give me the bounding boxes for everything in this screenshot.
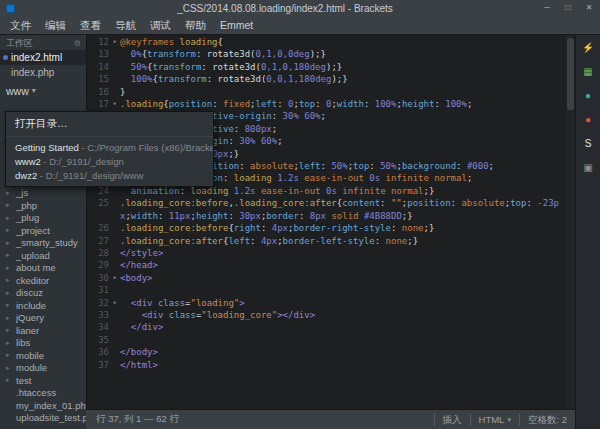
extension-manager-icon[interactable]: ▣ xyxy=(581,160,596,175)
tree-folder[interactable]: ▸_plug xyxy=(0,212,86,225)
line-number: 12 xyxy=(87,36,109,48)
code-line[interactable]: 35 xyxy=(87,334,575,346)
code-line[interactable]: 34 </div> xyxy=(87,321,575,333)
maximize-button[interactable]: □ xyxy=(561,2,575,14)
code-text xyxy=(120,284,575,296)
tree-folder[interactable]: ▸include xyxy=(0,299,86,312)
code-line[interactable]: 27.loading_core:after{left: 4px;border-l… xyxy=(87,235,575,247)
code-text: .loading{position: fixed;left: 0;top: 0;… xyxy=(120,98,575,110)
working-set-title: 工作区 xyxy=(6,37,33,50)
code-line[interactable]: 30▾<body> xyxy=(87,272,575,284)
extension-teal-icon[interactable]: ● xyxy=(581,88,596,103)
code-line[interactable]: 26.loading_core:before{right: 4px;border… xyxy=(87,222,575,234)
line-number: 31 xyxy=(87,284,109,296)
menubar: 文件编辑查看导航调试帮助Emmet xyxy=(0,17,600,35)
editor[interactable]: 12▾@keyframes loading{13 0%{transform: r… xyxy=(86,35,575,409)
fold-arrow-icon[interactable]: ▾ xyxy=(109,36,120,48)
code-text: <div class="loading"> xyxy=(120,297,575,309)
tree-folder[interactable]: ▸_upload xyxy=(0,249,86,262)
project-dropdown-button[interactable]: www ▾ xyxy=(0,83,86,98)
snippets-extension-icon[interactable]: S xyxy=(581,136,596,151)
tree-folder[interactable]: ▸module xyxy=(0,362,86,375)
language-selector[interactable]: HTML ▾ xyxy=(470,414,519,426)
tree-label: .htaccess xyxy=(16,387,56,398)
gear-icon[interactable]: ⚙ xyxy=(74,39,81,48)
code-line[interactable]: 37</html> xyxy=(87,359,575,371)
window-controls: ─ □ ✕ xyxy=(540,2,596,14)
extension-red-icon[interactable]: ● xyxy=(581,112,596,127)
menu-item[interactable]: 编辑 xyxy=(38,17,73,34)
line-number: 35 xyxy=(87,334,109,346)
line-number: 14 xyxy=(87,61,109,73)
code-line[interactable]: 29</head> xyxy=(87,259,575,271)
tree-label: discuz xyxy=(16,287,43,298)
code-line[interactable]: 17▾.loading{position: fixed;left: 0;top:… xyxy=(87,98,575,110)
extension-chart-icon[interactable]: ▦ xyxy=(581,64,596,79)
code-line[interactable]: 32▾ <div class="loading"> xyxy=(87,297,575,309)
code-text: <body> xyxy=(120,272,575,284)
tree-folder[interactable]: ▸mobile xyxy=(0,349,86,362)
tree-file[interactable]: uploadsite_test.php xyxy=(0,412,86,425)
live-preview-icon[interactable]: ⚡ xyxy=(581,40,596,55)
tree-file[interactable]: my_index_01.php xyxy=(0,399,86,412)
open-folder-item[interactable]: 打开目录… xyxy=(6,115,213,135)
minimize-button[interactable]: ─ xyxy=(540,2,554,14)
fold-arrow-icon[interactable]: ▾ xyxy=(109,272,120,284)
code-line[interactable]: 28</style> xyxy=(87,247,575,259)
code-lines: 12▾@keyframes loading{13 0%{transform: r… xyxy=(87,35,575,371)
scrollbar-thumb[interactable] xyxy=(567,38,574,110)
tree-folder[interactable]: ▸about me xyxy=(0,262,86,275)
tree-folder[interactable]: ▸jQuery xyxy=(0,312,86,325)
code-text: </style> xyxy=(120,247,575,259)
code-text: </head> xyxy=(120,259,575,271)
code-line[interactable]: 12▾@keyframes loading{ xyxy=(87,36,575,48)
tree-folder[interactable]: ▸_js xyxy=(0,187,86,200)
insert-mode-indicator[interactable]: 插入 xyxy=(434,414,470,426)
menu-item[interactable]: 调试 xyxy=(143,17,178,34)
indent-size[interactable]: 空格数: 2 xyxy=(519,414,575,426)
recent-project-item[interactable]: dwz2 - D:/_9191/_design/www xyxy=(6,168,213,182)
recent-project-item[interactable]: www2 - D:/_9191/_design xyxy=(6,154,213,168)
tree-folder[interactable]: ▸_smarty_study xyxy=(0,237,86,250)
line-number: 25 xyxy=(87,197,109,209)
working-file[interactable]: index.php xyxy=(0,65,86,80)
chevron-right-icon: ▸ xyxy=(6,326,13,334)
menu-item[interactable]: 文件 xyxy=(3,17,38,34)
menu-item[interactable]: 查看 xyxy=(73,17,108,34)
menu-item[interactable]: 导航 xyxy=(108,17,143,34)
fold-arrow-icon[interactable]: ▾ xyxy=(109,98,120,110)
chevron-right-icon: ▸ xyxy=(6,314,13,322)
code-line[interactable]: 13 0%{transform: rotate3d(0,1,0,0deg);} xyxy=(87,48,575,60)
tree-folder[interactable]: ▸discuz xyxy=(0,287,86,300)
line-number: 33 xyxy=(87,309,109,321)
editor-scrollbar[interactable] xyxy=(566,35,575,409)
code-line[interactable]: 33 <div class="loading_core"></div> xyxy=(87,309,575,321)
code-line[interactable]: 16} xyxy=(87,86,575,98)
file-name: index2.html xyxy=(11,52,62,63)
line-number: 17 xyxy=(87,98,109,110)
window-title: _CSS/2014.08.08.loading/index2.html - Br… xyxy=(40,0,530,17)
tree-folder[interactable]: ▸libs xyxy=(0,337,86,350)
close-button[interactable]: ✕ xyxy=(582,2,596,14)
tree-folder[interactable]: ▸_php xyxy=(0,199,86,212)
working-file[interactable]: index2.html xyxy=(0,50,86,65)
recent-project-item[interactable]: Getting Started - C:/Program Files (x86)… xyxy=(6,140,213,154)
code-line[interactable]: 31 xyxy=(87,284,575,296)
tree-folder[interactable]: ▸ckeditor xyxy=(0,274,86,287)
code-line[interactable]: 15 100%{transform: rotate3d(0,0,1,180deg… xyxy=(87,73,575,85)
menu-item[interactable]: Emmet xyxy=(213,17,260,34)
code-line[interactable]: 36</body> xyxy=(87,346,575,358)
recent-projects: Getting Started - C:/Program Files (x86)… xyxy=(6,140,213,182)
tree-folder[interactable]: ▸test xyxy=(0,374,86,387)
fold-arrow-icon[interactable]: ▾ xyxy=(109,297,120,309)
chevron-down-icon: ▾ xyxy=(32,86,36,95)
tree-label: _upload xyxy=(16,250,50,261)
code-line[interactable]: 25.loading_core:before,.loading_core:aft… xyxy=(87,197,575,222)
tree-folder[interactable]: ▸_project xyxy=(0,224,86,237)
recent-project-name: www2 xyxy=(15,156,41,167)
menu-item[interactable]: 帮助 xyxy=(178,17,213,34)
tree-file[interactable]: .htaccess xyxy=(0,387,86,400)
file-name: index.php xyxy=(11,67,54,78)
tree-folder[interactable]: ▸lianer xyxy=(0,324,86,337)
code-line[interactable]: 14 50%{transform: rotate3d(0,1,0,180deg)… xyxy=(87,61,575,73)
